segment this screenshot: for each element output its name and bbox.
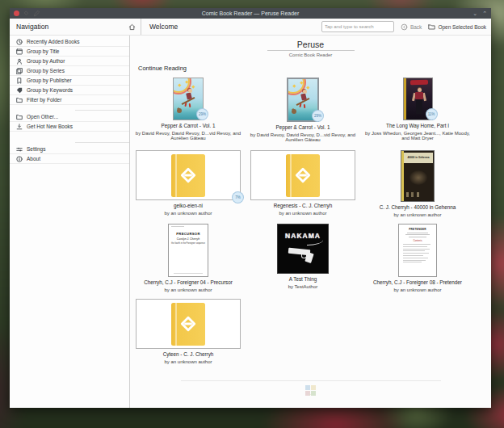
tag-icon: [16, 87, 23, 94]
copies-icon: [16, 68, 23, 74]
navigation-sidebar: Recently Added Books Group by Title Grou…: [10, 36, 130, 408]
sidebar-item-label: Group by Publisher: [27, 78, 72, 83]
book-author: by an unknown author: [279, 211, 326, 216]
clock-icon: [16, 39, 23, 45]
navigation-title: Navigation: [16, 23, 128, 31]
progress-badge: 29%: [196, 108, 208, 120]
sidebar-item-label: Filter by Folder: [27, 97, 61, 103]
sidebar-item-label: Settings: [27, 146, 46, 152]
info-icon: [16, 156, 23, 162]
book-card[interactable]: 40000 in Gehenna C. J. Cherryh - 40000 i…: [361, 150, 474, 217]
book-card[interactable]: Cyteen - C. J. Cherryh by an unknown aut…: [132, 299, 245, 364]
progress-badge: 11%: [426, 108, 438, 120]
sidebar-item-label: Open Other...: [27, 114, 58, 120]
progress-badge: 7%: [232, 191, 244, 204]
close-window-icon[interactable]: [14, 10, 19, 16]
book-card[interactable]: PRETENDER Contents: [361, 224, 474, 292]
sidebar-item-group-by-series[interactable]: Group by Series: [10, 66, 129, 76]
person-icon: [16, 58, 23, 65]
book-row: 29% Pepper & Carrot - Vol. 1 by David Re…: [130, 78, 491, 142]
sidebar-item-group-by-publisher[interactable]: Group by Publisher: [10, 76, 129, 86]
section-title: Continue Reading: [138, 65, 491, 72]
back-icon: [401, 23, 408, 31]
back-button[interactable]: Back: [401, 23, 422, 31]
book-author: by Joss Whedon, Georges Jeant..., Katie …: [361, 131, 474, 141]
sidebar-item-recently-added-books[interactable]: Recently Added Books: [10, 37, 129, 47]
app-heading: Peruse Comic Book Reader: [130, 40, 491, 57]
home-icon[interactable]: [128, 23, 136, 31]
sidebar-item-get-hot-new-books[interactable]: Get Hot New Books: [10, 122, 129, 132]
sidebar-item-about[interactable]: About: [10, 154, 129, 164]
open-selected-book-button[interactable]: Open Selected Book: [428, 23, 486, 31]
cover-text: the fourth in the Foreigner sequence: [169, 242, 208, 245]
book-cover[interactable]: [136, 150, 241, 200]
gun-graphic: [287, 246, 319, 262]
book-title: Cyteen - C. J. Cherryh: [163, 351, 214, 357]
book-cover[interactable]: PRECURSOR Carolyn J. Cherryh the fourth …: [168, 224, 208, 277]
book-author: by an unknown author: [164, 359, 212, 364]
book-cover[interactable]: 40000 in Gehenna: [401, 150, 435, 202]
download-icon: [16, 124, 23, 130]
cover-text: 40000 in Gehenna: [407, 157, 429, 160]
book-author: by David Revoy, David Revoy, D...vid Rev…: [246, 132, 359, 142]
header-row: Navigation Welcome Back Open Selected Bo…: [10, 19, 491, 36]
sliders-icon: [16, 146, 23, 153]
sidebar-item-open-other[interactable]: Open Other...: [10, 112, 129, 122]
app-subtitle: Comic Book Reader: [130, 52, 491, 57]
book-title: Cherryh, C.J - Foreigner 08 - Pretender: [373, 279, 462, 285]
generic-book-icon: [171, 303, 205, 346]
book-author: by TestAuthor: [288, 284, 318, 289]
book-title: Regenesis - C. J. Cherryh: [274, 203, 332, 208]
generic-book-icon: [171, 154, 205, 197]
sidebar-item-label: Group by Keywords: [27, 87, 73, 93]
book-card[interactable]: 29% Pepper & Carrot - Vol. 1 by David Re…: [246, 78, 359, 142]
book-title: Pepper & Carrot - Vol. 1: [276, 124, 330, 130]
sidebar-section-divider: [10, 105, 129, 112]
book-cover[interactable]: NAKAMA: [277, 224, 329, 274]
book-card[interactable]: 11% The Long Way Home, Part I by Joss Wh…: [361, 78, 474, 141]
sidebar-item-group-by-title[interactable]: Group by Title: [10, 47, 129, 57]
book-title: A Test Thing: [289, 276, 317, 282]
folder-icon: [428, 23, 435, 31]
book-card[interactable]: 7% geiko-eien-ni by an unknown author: [132, 150, 245, 216]
book-title: Pepper & Carrot - Vol. 1: [162, 123, 216, 128]
shade-window-icon[interactable]: ⌄: [472, 10, 477, 16]
book-cover[interactable]: [136, 299, 241, 349]
book-cover[interactable]: [250, 150, 355, 200]
book-title: Cherryh, C.J - Foreigner 04 - Precursor: [144, 279, 233, 285]
search-input[interactable]: [321, 21, 394, 32]
peruse-window: Comic Book Reader — Peruse Reader ⌄ ⌃ Na…: [10, 8, 491, 408]
sidebar-item-label: Group by Title: [27, 48, 59, 54]
book-card[interactable]: PRECURSOR Carolyn J. Cherryh the fourth …: [132, 224, 245, 292]
book-card[interactable]: Regenesis - C. J. Cherryh by an unknown …: [246, 150, 359, 216]
progress-badge: 29%: [312, 110, 324, 122]
unshade-window-icon[interactable]: ⌃: [482, 10, 487, 16]
book-title: C. J. Cherryh - 40000 in Gehenna: [380, 204, 456, 210]
cover-text: PRECURSOR: [169, 232, 208, 236]
sidebar-item-label: Get Hot New Books: [27, 124, 73, 129]
footer-divider: [181, 380, 441, 381]
cover-text: PRETENDER: [403, 228, 432, 231]
book-card[interactable]: 29% Pepper & Carrot - Vol. 1 by David Re…: [132, 78, 245, 141]
book-author: by David Revoy, David Revoy, D...vid Rev…: [132, 131, 245, 141]
cover-text: NAKAMA: [285, 232, 321, 240]
book-row: 7% geiko-eien-ni by an unknown author Re…: [130, 150, 491, 217]
window-title: Comic Book Reader — Peruse Reader: [111, 10, 390, 16]
app-title: Peruse: [130, 40, 491, 49]
sidebar-item-filter-by-folder[interactable]: Filter by Folder: [10, 95, 129, 105]
sidebar-item-group-by-keywords[interactable]: Group by Keywords: [10, 86, 129, 95]
book-card[interactable]: NAKAMA A Test Thing by TestAuthor: [246, 224, 359, 289]
book-row: Cyteen - C. J. Cherryh by an unknown aut…: [130, 299, 491, 364]
sidebar-item-group-by-author[interactable]: Group by Author: [10, 57, 129, 66]
bookmark-icon: [16, 78, 23, 84]
peruse-app-icon: [23, 10, 30, 17]
cover-text: Carolyn J. Cherryh: [169, 237, 208, 241]
pencil-icon[interactable]: [33, 10, 40, 17]
book-title: geiko-eien-ni: [174, 203, 203, 208]
toolbar: Welcome Back Open Selected Book: [141, 19, 491, 35]
book-title: The Long Way Home, Part I: [386, 123, 449, 128]
book-cover[interactable]: PRETENDER Contents: [398, 224, 437, 277]
sidebar-section-divider: [10, 132, 129, 145]
sidebar-item-settings[interactable]: Settings: [10, 145, 129, 154]
generic-book-icon: [286, 154, 320, 197]
